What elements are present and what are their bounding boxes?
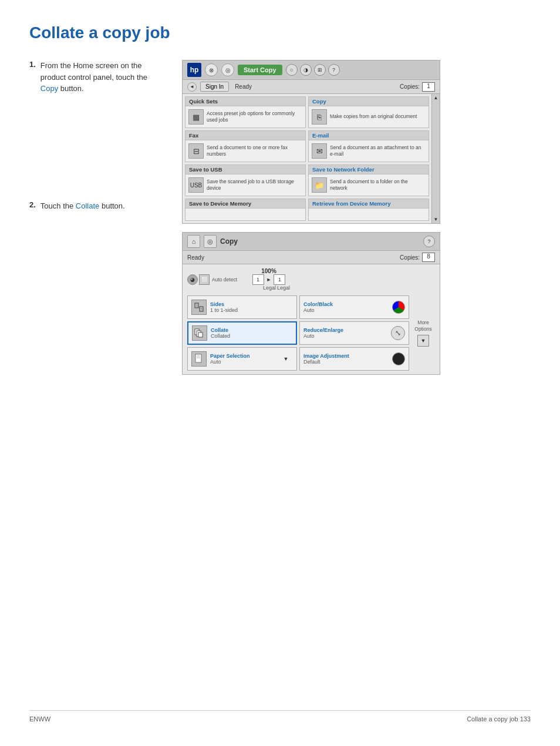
- color-title: Color/Black: [303, 301, 389, 307]
- scroll-bar-1[interactable]: ▲ ▼: [431, 94, 440, 223]
- paper-chevron-icon[interactable]: ▼: [279, 352, 293, 366]
- start-copy-label: Start Copy: [244, 66, 276, 73]
- auto-detect-icon-1: ◕: [187, 274, 198, 285]
- copy-title: Copy: [309, 97, 429, 106]
- save-network-title: Save to Network Folder: [309, 165, 429, 174]
- save-usb-title: Save to USB: [185, 165, 305, 174]
- image-icon: [392, 352, 405, 365]
- sides-value: 1 to 1-sided: [210, 307, 293, 313]
- more-options-area[interactable]: MoreOptions ▼: [411, 295, 435, 371]
- collate-option[interactable]: Collate Collated: [187, 321, 297, 345]
- hp-logo: hp: [187, 63, 201, 77]
- color-icon: [392, 301, 405, 314]
- screen2-main: ◕ ⬜ Auto detect 100% 1 ► 1: [183, 264, 440, 374]
- image-title: Image Adjustment: [303, 353, 389, 359]
- step-2: 2. Touch the Collate button.: [29, 200, 164, 212]
- screen2-header: ⌂ ◎ Copy ?: [183, 233, 440, 251]
- image-value: Default: [303, 359, 389, 365]
- image-text: Image Adjustment Default: [303, 353, 389, 365]
- quick-sets-cell[interactable]: Quick Sets ▦ Access preset job options f…: [185, 96, 306, 128]
- save-usb-cell[interactable]: Save to USB USB Save the scanned job to …: [185, 164, 306, 196]
- email-icon: ✉: [312, 143, 327, 159]
- step-1-number: 1.: [29, 60, 36, 95]
- image-adjustment-option[interactable]: Image Adjustment Default: [299, 347, 409, 371]
- sides-option[interactable]: 15 Sides 1 to 1-sided: [187, 295, 297, 319]
- collate-value: Collated: [211, 333, 292, 339]
- quick-sets-body: ▦ Access preset job options for commonly…: [185, 106, 305, 127]
- size-labels-row: Legal Legal: [249, 285, 289, 291]
- val1-box[interactable]: 1: [252, 274, 264, 285]
- screen1-subheader: ◄ Sign In Ready Copies: 1: [183, 80, 440, 94]
- screen2-subheader: Ready Copies: 8: [183, 251, 440, 264]
- reduce-icon: ⤡: [391, 326, 405, 340]
- collate-title: Collate: [211, 327, 292, 333]
- quick-sets-desc: Access preset job options for commonly u…: [207, 110, 302, 123]
- save-usb-body: USB Save the scanned job to a USB storag…: [185, 174, 305, 196]
- copy-screen-title: Copy: [220, 237, 420, 246]
- arrow-btn[interactable]: ►: [266, 277, 272, 283]
- step-1-text: From the Home screen on the product cont…: [41, 60, 164, 95]
- copy-copies-input[interactable]: 8: [422, 253, 435, 262]
- stop-button[interactable]: ⊗: [205, 63, 218, 76]
- screen1-content: Quick Sets ▦ Access preset job options f…: [183, 94, 440, 223]
- size-label-2: Legal: [263, 285, 275, 291]
- icon-2[interactable]: ◑: [300, 64, 312, 76]
- copy-help-icon[interactable]: ?: [423, 236, 435, 247]
- percent-control: 100% 1 ► 1 Legal Legal: [249, 268, 289, 291]
- sides-icon: 15: [191, 300, 207, 315]
- home-grid: Quick Sets ▦ Access preset job options f…: [183, 94, 431, 223]
- copy-body: ⎘ Make copies from an original document: [309, 106, 429, 127]
- save-network-body: 📁 Send a document to a folder on the net…: [309, 174, 429, 196]
- icon-1[interactable]: ○: [286, 64, 298, 76]
- scroll-up-arrow[interactable]: ▲: [434, 95, 438, 100]
- paper-selection-option[interactable]: Paper Selection Auto ▼: [187, 347, 297, 371]
- help-icon[interactable]: ?: [328, 64, 340, 76]
- copies-input[interactable]: 1: [422, 82, 435, 92]
- start-copy-button[interactable]: Start Copy: [238, 65, 282, 75]
- collate-text: Collate Collated: [211, 327, 292, 339]
- more-options-chevron-icon[interactable]: ▼: [417, 335, 429, 347]
- percent-value: 100%: [261, 268, 276, 274]
- copy-controls-row: ◕ ⬜ Auto detect 100% 1 ► 1: [187, 268, 435, 291]
- reduce-enlarge-option[interactable]: Reduce/Enlarge Auto ⤡: [299, 321, 409, 345]
- save-device-title: Save to Device Memory: [185, 199, 305, 209]
- copy-copies-label: Copies:: [400, 254, 420, 261]
- save-device-cell[interactable]: Save to Device Memory: [185, 199, 306, 221]
- sign-in-button[interactable]: Sign In: [200, 82, 229, 92]
- copy-cell[interactable]: Copy ⎘ Make copies from an original docu…: [308, 96, 429, 128]
- quick-sets-title: Quick Sets: [185, 97, 305, 106]
- color-value: Auto: [303, 307, 389, 313]
- ready-status: Ready: [235, 83, 396, 90]
- fax-title: Fax: [185, 131, 305, 140]
- copy-desc: Make copies from an original document: [330, 113, 417, 120]
- icon-3[interactable]: ⊞: [314, 64, 326, 76]
- home-button[interactable]: ⌂: [187, 235, 200, 248]
- val2-box[interactable]: 1: [274, 274, 285, 285]
- copy-icon: ⎘: [312, 109, 327, 125]
- retrieve-device-cell[interactable]: Retrieve from Device Memory: [308, 199, 429, 221]
- settings-button[interactable]: ◎: [221, 63, 234, 76]
- quick-sets-icon: ▦: [188, 109, 204, 125]
- more-options-text: MoreOptions: [414, 320, 431, 332]
- copy-copies-area: Copies: 8: [400, 253, 435, 262]
- copies-area: Copies: 1: [400, 82, 435, 92]
- save-network-cell[interactable]: Save to Network Folder 📁 Send a document…: [308, 164, 429, 196]
- footer-left: ENWW: [29, 715, 50, 723]
- nav-icon[interactable]: ◄: [187, 82, 197, 92]
- screen1-grid: Quick Sets ▦ Access preset job options f…: [183, 94, 431, 223]
- email-body: ✉ Send a document as an attachment to an…: [309, 140, 429, 162]
- fax-icon: ⊟: [188, 143, 204, 159]
- auto-detect-area: ◕ ⬜ Auto detect: [187, 274, 237, 285]
- copy-settings-button[interactable]: ◎: [204, 235, 217, 248]
- fax-cell[interactable]: Fax ⊟ Send a document to one or more fax…: [185, 130, 306, 162]
- svg-rect-6: [198, 332, 203, 337]
- step-2-text: Touch the Collate button.: [41, 200, 125, 212]
- color-option[interactable]: Color/Black Auto: [299, 295, 409, 319]
- screens-panel: hp ⊗ ◎ Start Copy ○ ◑ ⊞ ? ◄: [182, 60, 531, 375]
- header-right-icons: ○ ◑ ⊞ ?: [286, 64, 340, 76]
- email-cell[interactable]: E-mail ✉ Send a document as an attachmen…: [308, 130, 429, 162]
- scroll-down-arrow[interactable]: ▼: [434, 217, 438, 222]
- footer-right: Collate a copy job 133: [467, 715, 531, 723]
- collate-icon: [192, 325, 207, 341]
- screen-1-home: hp ⊗ ◎ Start Copy ○ ◑ ⊞ ? ◄: [182, 60, 440, 224]
